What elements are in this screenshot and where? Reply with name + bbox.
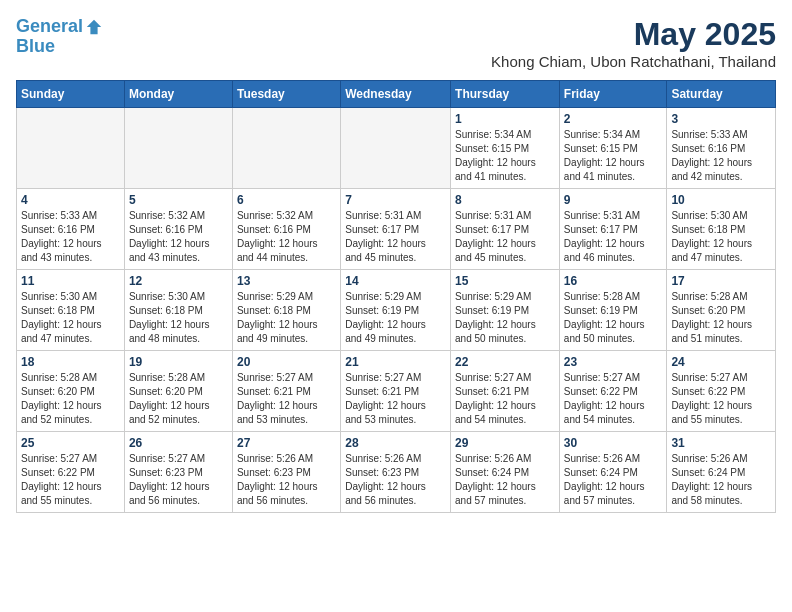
calendar-cell [341, 108, 451, 189]
day-number: 18 [21, 355, 120, 369]
calendar-cell: 30Sunrise: 5:26 AM Sunset: 6:24 PM Dayli… [559, 432, 667, 513]
weekday-header-tuesday: Tuesday [232, 81, 340, 108]
calendar-cell: 10Sunrise: 5:30 AM Sunset: 6:18 PM Dayli… [667, 189, 776, 270]
day-info: Sunrise: 5:30 AM Sunset: 6:18 PM Dayligh… [21, 290, 120, 346]
day-info: Sunrise: 5:28 AM Sunset: 6:20 PM Dayligh… [21, 371, 120, 427]
weekday-header-sunday: Sunday [17, 81, 125, 108]
calendar-cell: 13Sunrise: 5:29 AM Sunset: 6:18 PM Dayli… [232, 270, 340, 351]
calendar-cell: 23Sunrise: 5:27 AM Sunset: 6:22 PM Dayli… [559, 351, 667, 432]
weekday-header-monday: Monday [124, 81, 232, 108]
day-number: 5 [129, 193, 228, 207]
day-number: 24 [671, 355, 771, 369]
calendar-cell: 16Sunrise: 5:28 AM Sunset: 6:19 PM Dayli… [559, 270, 667, 351]
day-info: Sunrise: 5:32 AM Sunset: 6:16 PM Dayligh… [237, 209, 336, 265]
calendar-cell: 27Sunrise: 5:26 AM Sunset: 6:23 PM Dayli… [232, 432, 340, 513]
day-info: Sunrise: 5:29 AM Sunset: 6:19 PM Dayligh… [455, 290, 555, 346]
day-info: Sunrise: 5:29 AM Sunset: 6:18 PM Dayligh… [237, 290, 336, 346]
week-row-5: 25Sunrise: 5:27 AM Sunset: 6:22 PM Dayli… [17, 432, 776, 513]
calendar-cell: 22Sunrise: 5:27 AM Sunset: 6:21 PM Dayli… [451, 351, 560, 432]
day-number: 2 [564, 112, 663, 126]
day-info: Sunrise: 5:32 AM Sunset: 6:16 PM Dayligh… [129, 209, 228, 265]
day-number: 3 [671, 112, 771, 126]
day-info: Sunrise: 5:34 AM Sunset: 6:15 PM Dayligh… [564, 128, 663, 184]
day-info: Sunrise: 5:29 AM Sunset: 6:19 PM Dayligh… [345, 290, 446, 346]
calendar-cell: 11Sunrise: 5:30 AM Sunset: 6:18 PM Dayli… [17, 270, 125, 351]
day-number: 19 [129, 355, 228, 369]
day-info: Sunrise: 5:26 AM Sunset: 6:23 PM Dayligh… [345, 452, 446, 508]
weekday-header-saturday: Saturday [667, 81, 776, 108]
weekday-header-row: SundayMondayTuesdayWednesdayThursdayFrid… [17, 81, 776, 108]
day-number: 27 [237, 436, 336, 450]
day-number: 11 [21, 274, 120, 288]
day-info: Sunrise: 5:31 AM Sunset: 6:17 PM Dayligh… [345, 209, 446, 265]
calendar-cell: 2Sunrise: 5:34 AM Sunset: 6:15 PM Daylig… [559, 108, 667, 189]
logo: General Blue [16, 16, 105, 57]
calendar-cell: 29Sunrise: 5:26 AM Sunset: 6:24 PM Dayli… [451, 432, 560, 513]
calendar-cell: 6Sunrise: 5:32 AM Sunset: 6:16 PM Daylig… [232, 189, 340, 270]
calendar-cell: 8Sunrise: 5:31 AM Sunset: 6:17 PM Daylig… [451, 189, 560, 270]
day-number: 6 [237, 193, 336, 207]
calendar-cell: 12Sunrise: 5:30 AM Sunset: 6:18 PM Dayli… [124, 270, 232, 351]
day-number: 28 [345, 436, 446, 450]
day-info: Sunrise: 5:27 AM Sunset: 6:23 PM Dayligh… [129, 452, 228, 508]
calendar-body: 1Sunrise: 5:34 AM Sunset: 6:15 PM Daylig… [17, 108, 776, 513]
day-number: 21 [345, 355, 446, 369]
week-row-1: 1Sunrise: 5:34 AM Sunset: 6:15 PM Daylig… [17, 108, 776, 189]
calendar-cell: 15Sunrise: 5:29 AM Sunset: 6:19 PM Dayli… [451, 270, 560, 351]
calendar-cell: 21Sunrise: 5:27 AM Sunset: 6:21 PM Dayli… [341, 351, 451, 432]
day-info: Sunrise: 5:33 AM Sunset: 6:16 PM Dayligh… [21, 209, 120, 265]
day-number: 23 [564, 355, 663, 369]
day-number: 7 [345, 193, 446, 207]
logo-text: General [16, 16, 105, 38]
day-number: 10 [671, 193, 771, 207]
calendar-cell: 3Sunrise: 5:33 AM Sunset: 6:16 PM Daylig… [667, 108, 776, 189]
day-number: 4 [21, 193, 120, 207]
day-info: Sunrise: 5:27 AM Sunset: 6:22 PM Dayligh… [564, 371, 663, 427]
calendar-cell [124, 108, 232, 189]
calendar-cell: 28Sunrise: 5:26 AM Sunset: 6:23 PM Dayli… [341, 432, 451, 513]
calendar-cell: 14Sunrise: 5:29 AM Sunset: 6:19 PM Dayli… [341, 270, 451, 351]
day-info: Sunrise: 5:27 AM Sunset: 6:21 PM Dayligh… [345, 371, 446, 427]
day-number: 1 [455, 112, 555, 126]
calendar-table: SundayMondayTuesdayWednesdayThursdayFrid… [16, 80, 776, 513]
day-number: 25 [21, 436, 120, 450]
day-info: Sunrise: 5:31 AM Sunset: 6:17 PM Dayligh… [455, 209, 555, 265]
calendar-cell: 4Sunrise: 5:33 AM Sunset: 6:16 PM Daylig… [17, 189, 125, 270]
day-number: 9 [564, 193, 663, 207]
title-block: May 2025 Khong Chiam, Ubon Ratchathani, … [491, 16, 776, 70]
calendar-cell: 1Sunrise: 5:34 AM Sunset: 6:15 PM Daylig… [451, 108, 560, 189]
day-number: 17 [671, 274, 771, 288]
day-number: 22 [455, 355, 555, 369]
day-info: Sunrise: 5:34 AM Sunset: 6:15 PM Dayligh… [455, 128, 555, 184]
day-info: Sunrise: 5:31 AM Sunset: 6:17 PM Dayligh… [564, 209, 663, 265]
calendar-cell: 5Sunrise: 5:32 AM Sunset: 6:16 PM Daylig… [124, 189, 232, 270]
weekday-header-friday: Friday [559, 81, 667, 108]
day-info: Sunrise: 5:28 AM Sunset: 6:19 PM Dayligh… [564, 290, 663, 346]
day-info: Sunrise: 5:28 AM Sunset: 6:20 PM Dayligh… [129, 371, 228, 427]
day-number: 13 [237, 274, 336, 288]
month-title: May 2025 [491, 16, 776, 53]
day-number: 14 [345, 274, 446, 288]
day-number: 20 [237, 355, 336, 369]
day-info: Sunrise: 5:30 AM Sunset: 6:18 PM Dayligh… [671, 209, 771, 265]
calendar-cell [17, 108, 125, 189]
day-number: 8 [455, 193, 555, 207]
week-row-4: 18Sunrise: 5:28 AM Sunset: 6:20 PM Dayli… [17, 351, 776, 432]
calendar-cell [232, 108, 340, 189]
day-info: Sunrise: 5:30 AM Sunset: 6:18 PM Dayligh… [129, 290, 228, 346]
calendar-cell: 9Sunrise: 5:31 AM Sunset: 6:17 PM Daylig… [559, 189, 667, 270]
location: Khong Chiam, Ubon Ratchathani, Thailand [491, 53, 776, 70]
page-header: General Blue May 2025 Khong Chiam, Ubon … [16, 16, 776, 70]
day-info: Sunrise: 5:26 AM Sunset: 6:24 PM Dayligh… [455, 452, 555, 508]
day-number: 15 [455, 274, 555, 288]
day-info: Sunrise: 5:27 AM Sunset: 6:21 PM Dayligh… [237, 371, 336, 427]
weekday-header-wednesday: Wednesday [341, 81, 451, 108]
day-number: 16 [564, 274, 663, 288]
day-info: Sunrise: 5:28 AM Sunset: 6:20 PM Dayligh… [671, 290, 771, 346]
calendar-cell: 26Sunrise: 5:27 AM Sunset: 6:23 PM Dayli… [124, 432, 232, 513]
calendar-cell: 20Sunrise: 5:27 AM Sunset: 6:21 PM Dayli… [232, 351, 340, 432]
week-row-2: 4Sunrise: 5:33 AM Sunset: 6:16 PM Daylig… [17, 189, 776, 270]
day-number: 30 [564, 436, 663, 450]
calendar-cell: 18Sunrise: 5:28 AM Sunset: 6:20 PM Dayli… [17, 351, 125, 432]
calendar-cell: 31Sunrise: 5:26 AM Sunset: 6:24 PM Dayli… [667, 432, 776, 513]
